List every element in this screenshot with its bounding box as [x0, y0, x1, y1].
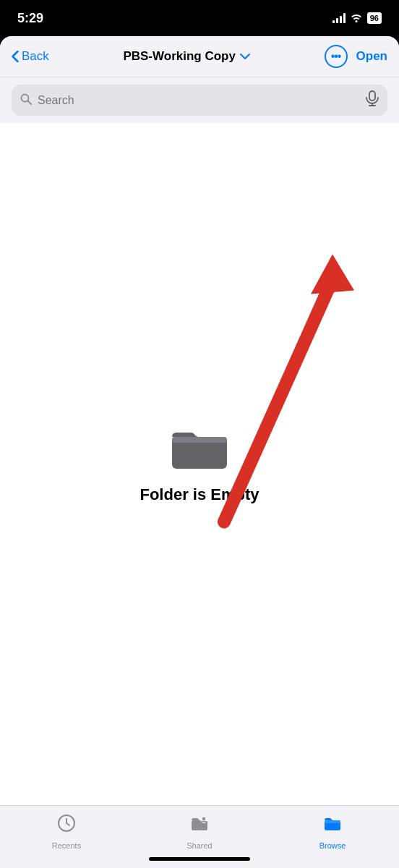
chevron-down-icon[interactable]	[240, 51, 250, 62]
tab-recents-label: Recents	[52, 841, 81, 850]
svg-marker-6	[311, 255, 354, 294]
tab-browse-label: Browse	[319, 841, 346, 850]
home-bar	[149, 857, 250, 861]
home-indicator	[0, 853, 399, 868]
signal-icon	[332, 13, 346, 23]
tab-recents[interactable]: Recents	[0, 813, 133, 850]
tab-shared-label: Shared	[186, 841, 212, 850]
svg-point-12	[202, 817, 205, 820]
ellipsis-icon: •••	[331, 51, 341, 62]
nav-bar: Back PBS-Working Copy ••• Open	[0, 36, 399, 77]
nav-title-area: PBS-Working Copy	[55, 49, 319, 64]
back-button[interactable]: Back	[12, 49, 49, 64]
folder-empty-icon	[171, 424, 228, 474]
search-area	[0, 77, 399, 123]
nav-actions: ••• Open	[325, 45, 387, 68]
search-input[interactable]	[38, 94, 360, 107]
status-bar: 5:29 96	[0, 0, 399, 36]
nav-title: PBS-Working Copy	[123, 49, 236, 64]
battery-level: 96	[370, 14, 379, 22]
tab-shared[interactable]: Shared	[133, 813, 266, 850]
svg-line-1	[28, 101, 32, 104]
tab-bar: Recents Shared	[0, 805, 399, 853]
mic-button[interactable]	[366, 90, 379, 110]
app-container: Back PBS-Working Copy ••• Open	[0, 36, 399, 868]
status-time: 5:29	[17, 11, 43, 26]
back-label: Back	[22, 49, 49, 64]
more-button[interactable]: •••	[325, 45, 348, 68]
recents-icon	[56, 813, 77, 838]
search-bar	[12, 85, 387, 116]
open-button[interactable]: Open	[356, 49, 387, 64]
search-icon	[20, 93, 32, 108]
main-content: Folder is Empty	[0, 123, 399, 805]
shared-icon	[189, 813, 210, 838]
empty-folder-text: Folder is Empty	[140, 485, 259, 504]
status-icons: 96	[332, 12, 382, 25]
svg-rect-2	[369, 91, 375, 101]
svg-rect-8	[172, 437, 227, 443]
svg-rect-14	[325, 820, 340, 823]
tab-browse[interactable]: Browse	[266, 813, 399, 850]
battery-icon: 96	[367, 12, 382, 24]
wifi-icon	[350, 12, 363, 25]
browse-icon	[322, 813, 343, 838]
